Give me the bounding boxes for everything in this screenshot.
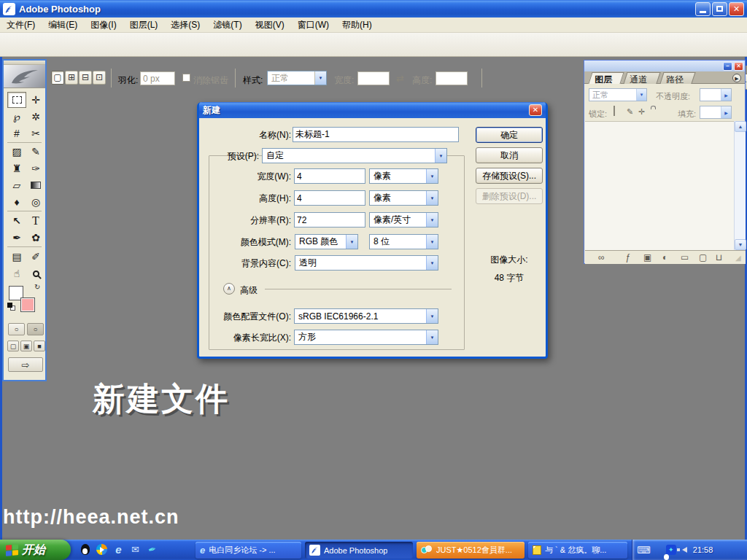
tab-layers[interactable]: 图层: [588, 72, 624, 84]
hand-tool[interactable]: ☝: [7, 265, 26, 281]
notes-tool[interactable]: ▤: [7, 249, 26, 265]
quicklaunch-ie-icon[interactable]: e: [112, 543, 125, 556]
palette-menu-button[interactable]: ▶: [732, 74, 741, 82]
width-input[interactable]: [294, 168, 365, 184]
marquee-tool[interactable]: [7, 92, 26, 108]
quicklaunch-pen-icon[interactable]: ✒: [144, 542, 160, 557]
quick-mask-mode-button[interactable]: ○: [27, 323, 44, 335]
width-unit-select[interactable]: 像素 ▼: [369, 168, 438, 184]
swap-colors-icon[interactable]: ↻: [34, 283, 40, 291]
close-button[interactable]: ✕: [729, 2, 744, 16]
clone-stamp-tool[interactable]: ♜: [7, 160, 26, 176]
taskbar-item-forum[interactable]: e 电白同乡论坛 -> ...: [196, 542, 301, 559]
height-unit-select[interactable]: 像素 ▼: [369, 190, 438, 206]
standard-mode-button[interactable]: ○: [8, 323, 25, 335]
menu-view[interactable]: 视图(V): [249, 18, 291, 32]
menu-filter[interactable]: 滤镜(T): [206, 18, 248, 32]
selection-mode-new-button[interactable]: ▢: [51, 71, 64, 85]
dialog-close-button[interactable]: ✕: [529, 104, 542, 116]
palette-minimize-button[interactable]: −: [723, 62, 732, 71]
quicklaunch-mediaplayer-icon[interactable]: [96, 543, 108, 556]
dialog-title-bar[interactable]: 新建 ✕: [199, 102, 546, 118]
tab-paths[interactable]: 路径: [659, 72, 695, 84]
resolution-input[interactable]: [294, 212, 365, 228]
menu-image[interactable]: 图像(I): [84, 18, 123, 32]
link-layers-icon[interactable]: ∞: [598, 252, 605, 262]
scroll-down-icon[interactable]: ▼: [735, 239, 746, 250]
menu-edit[interactable]: 编辑(E): [42, 18, 84, 32]
menu-file[interactable]: 文件(F): [0, 18, 42, 32]
layer-style-icon[interactable]: ƒ: [625, 252, 630, 262]
magic-wand-tool[interactable]: ✲: [26, 109, 45, 125]
antialias-checkbox[interactable]: [182, 74, 190, 82]
new-layer-icon[interactable]: ▢: [699, 252, 707, 262]
eyedropper-tool[interactable]: ✐: [26, 249, 45, 265]
jump-to-imageready-button[interactable]: ⇨: [8, 357, 43, 372]
menu-help[interactable]: 帮助(H): [336, 18, 379, 32]
palette-title-bar[interactable]: − ✕: [584, 61, 745, 71]
height-input[interactable]: [436, 71, 468, 85]
slice-tool[interactable]: ✂: [26, 125, 45, 141]
eraser-tool[interactable]: ▱: [7, 177, 26, 193]
move-tool[interactable]: ✛: [26, 92, 45, 108]
selection-mode-intersect-button[interactable]: ⊡: [93, 71, 106, 85]
default-colors-icon[interactable]: [7, 303, 12, 308]
pixel-aspect-select[interactable]: 方形 ▼: [294, 330, 438, 345]
start-button[interactable]: 开始: [0, 540, 71, 560]
resize-grip-icon[interactable]: ◢: [735, 254, 741, 262]
bit-depth-select[interactable]: 8 位 ▼: [369, 234, 438, 249]
taskbar-item-qq-group[interactable]: JUST★0512會員群...: [417, 542, 525, 559]
shape-tool[interactable]: ✿: [26, 230, 45, 246]
screen-mode-full-button[interactable]: ■: [34, 341, 45, 351]
background-color-swatch[interactable]: [20, 298, 35, 312]
pen-tool[interactable]: ✒: [7, 230, 26, 246]
quicklaunch-mail-icon[interactable]: ✉: [129, 543, 142, 556]
menu-select[interactable]: 选择(S): [164, 18, 206, 32]
lasso-tool[interactable]: ℘: [7, 109, 26, 125]
zoom-tool[interactable]: [26, 265, 45, 281]
advanced-toggle-button[interactable]: ∧: [223, 283, 235, 295]
resolution-unit-select[interactable]: 像素/英寸 ▼: [369, 212, 438, 228]
adjustment-layer-icon[interactable]: ◐: [662, 252, 667, 262]
minimize-button[interactable]: [695, 2, 711, 16]
restore-button[interactable]: [712, 2, 727, 16]
path-selection-tool[interactable]: ↖: [7, 213, 26, 229]
feather-input[interactable]: [140, 71, 175, 85]
width-input[interactable]: [357, 71, 390, 85]
blend-mode-select[interactable]: 正常 ▼: [589, 88, 647, 101]
tab-channels[interactable]: 通道: [623, 72, 660, 84]
lock-position-icon[interactable]: ✛: [638, 107, 645, 117]
height-input[interactable]: [294, 190, 365, 206]
menu-window[interactable]: 窗口(W): [291, 18, 336, 32]
volume-icon[interactable]: [682, 547, 687, 553]
color-mode-select[interactable]: RGB 颜色 ▼: [295, 234, 358, 249]
screen-mode-standard-button[interactable]: ▢: [7, 341, 19, 351]
layers-scrollbar[interactable]: ▲ ▼: [734, 121, 746, 250]
menu-layer[interactable]: 图层(L): [123, 18, 165, 32]
fill-input[interactable]: ▶: [700, 106, 732, 119]
document-name-input[interactable]: [293, 127, 459, 142]
blur-tool[interactable]: ♦: [7, 194, 26, 210]
taskbar-item-photoshop[interactable]: Adobe Photoshop: [305, 542, 413, 559]
cancel-button[interactable]: 取消: [476, 147, 543, 163]
input-method-keyboard-icon[interactable]: ⌨: [637, 545, 651, 556]
tray-messenger-icon[interactable]: ✦: [666, 545, 676, 555]
selection-mode-subtract-button[interactable]: ⊟: [79, 71, 92, 85]
taskbar-item-qq-chat[interactable]: 与 ` & 忿疯。聊...: [528, 542, 627, 559]
palette-close-button[interactable]: ✕: [734, 62, 743, 71]
background-contents-select[interactable]: 透明 ▼: [295, 255, 438, 271]
healing-brush-tool[interactable]: ▨: [7, 144, 26, 160]
quicklaunch-qq-icon[interactable]: [79, 543, 91, 556]
save-preset-button[interactable]: 存储预设(S)...: [476, 168, 543, 184]
scroll-up-icon[interactable]: ▲: [735, 121, 746, 132]
swap-dimensions-icon[interactable]: ⇄: [396, 73, 404, 84]
type-tool[interactable]: T: [26, 213, 45, 229]
screen-mode-menubar-button[interactable]: ▣: [20, 341, 32, 351]
color-profile-select[interactable]: sRGB IEC61966-2.1 ▼: [294, 308, 438, 324]
gradient-tool[interactable]: [26, 177, 45, 193]
history-brush-tool[interactable]: ✑: [26, 160, 45, 176]
layer-mask-icon[interactable]: ▣: [643, 252, 651, 262]
lock-paint-icon[interactable]: ✎: [627, 107, 633, 117]
selection-mode-add-button[interactable]: ⊞: [65, 71, 78, 85]
layer-group-icon[interactable]: ▭: [681, 252, 689, 262]
